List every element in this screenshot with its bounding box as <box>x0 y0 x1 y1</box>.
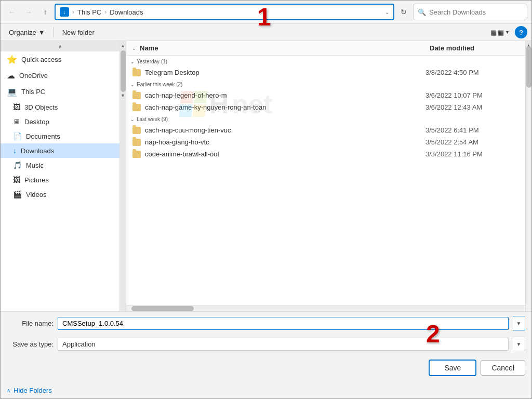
file-name-label: File name: <box>7 320 54 327</box>
sidebar-label-pictures: Pictures <box>24 176 49 184</box>
sidebar-label-this-pc: This PC <box>21 88 45 96</box>
file-name-telegram: Telegram Desktop <box>145 69 421 76</box>
save-type-label: Save as type: <box>7 340 54 348</box>
group-last-week: ⌄ Last week (9) <box>128 113 523 124</box>
sidebar-item-downloads[interactable]: ↓ Downloads <box>1 143 119 158</box>
sidebar-item-quick-access[interactable]: ⭐ Quick access <box>1 51 119 68</box>
folder-icon <box>132 127 141 134</box>
file-name-row: File name: ▼ <box>1 312 531 335</box>
view-button[interactable]: ▦ ▦ ▼ <box>487 26 513 38</box>
save-button[interactable]: Save <box>429 360 476 376</box>
right-vscrollbar[interactable]: ▲ <box>525 41 531 311</box>
file-list: ⌄ Yesterday (1) Telegram Desktop 3/8/202… <box>126 56 525 305</box>
group-chevron-yesterday: ⌄ <box>130 59 135 64</box>
toolbar-separator <box>54 27 54 37</box>
header-scroll-indicator: ⌄ <box>130 43 138 53</box>
address-bar[interactable]: ↓ › This PC › Downloads ⌄ <box>55 4 394 20</box>
view-chevron-icon: ▼ <box>505 30 510 35</box>
table-row[interactable]: cach-nap-legend-of-hero-m 3/6/2022 10:07… <box>128 89 523 101</box>
sidebar-label-onedrive: OneDrive <box>19 72 48 79</box>
file-date-legend: 3/6/2022 10:07 PM <box>425 91 519 99</box>
cancel-button[interactable]: Cancel <box>481 360 525 376</box>
sidebar-item-videos[interactable]: 🎬 Videos <box>1 187 119 202</box>
back-button[interactable]: ← <box>5 5 19 19</box>
save-type-select[interactable]: Application <box>58 338 509 351</box>
folder-icon <box>132 104 141 111</box>
sidebar-label-videos: Videos <box>26 191 47 198</box>
quick-access-icon: ⭐ <box>7 55 17 64</box>
view-icon2: ▦ <box>498 29 504 36</box>
file-date-anime-brawl: 3/3/2022 11:16 PM <box>425 150 519 158</box>
file-date-telegram: 3/8/2022 4:50 PM <box>425 69 519 76</box>
filename-dropdown-button[interactable]: ▼ <box>513 316 525 330</box>
up-button[interactable]: ↑ <box>38 5 52 19</box>
file-name-rong: cach-nap-game-ky-nguyen-rong-an-toan <box>145 103 421 111</box>
hide-folders-icon: ∧ <box>7 388 10 393</box>
table-row[interactable]: Telegram Desktop 3/8/2022 4:50 PM <box>128 66 523 78</box>
file-header: ⌄ Name Date modified <box>126 41 525 56</box>
col-header-date: Date modified <box>428 43 521 53</box>
table-row[interactable]: code-anime-brawl-all-out 3/3/2022 11:16 … <box>128 148 523 160</box>
sidebar-label-documents: Documents <box>26 132 60 140</box>
table-row[interactable]: cach-nap-game-ky-nguyen-rong-an-toan 3/6… <box>128 101 523 113</box>
navigation-toolbar: ← → ↑ ↓ › This PC › Downloads ⌄ ↻ 🔍 <box>1 1 531 24</box>
sidebar-item-music[interactable]: 🎵 Music <box>1 158 119 172</box>
refresh-button[interactable]: ↻ <box>396 5 411 19</box>
new-folder-label: New folder <box>62 29 95 36</box>
sidebar-label-3d-objects: 3D Objects <box>24 103 58 111</box>
address-chevron-icon: ⌄ <box>385 9 389 15</box>
sidebar-item-onedrive[interactable]: ☁ OneDrive <box>1 68 119 84</box>
organize-label: Organize <box>9 29 36 36</box>
sidebar-item-documents[interactable]: 📄 Documents <box>1 129 119 143</box>
group-earlier-this-week: ⌄ Earlier this week (2) <box>128 78 523 89</box>
folder-icon <box>132 139 141 146</box>
file-area: ⌄ Name Date modified ⌄ Yesterday (1) Tel… <box>126 41 525 311</box>
sidebar-scroll-arrow-down[interactable]: ▼ <box>121 93 125 100</box>
file-name-input[interactable] <box>58 317 509 330</box>
sidebar-item-3d-objects[interactable]: 🖼 3D Objects <box>1 100 119 114</box>
main-content: ∧ ⭐ Quick access ☁ OneDrive 💻 This PC 🖼 … <box>1 41 531 311</box>
download-folder-icon: ↓ <box>60 7 69 17</box>
table-row[interactable]: cach-nap-cuu-mong-tien-vuc 3/5/2022 6:41… <box>128 124 523 136</box>
sidebar: ∧ ⭐ Quick access ☁ OneDrive 💻 This PC 🖼 … <box>1 41 120 311</box>
save-type-row: Save as type: Application ▼ <box>1 335 531 355</box>
sidebar-item-this-pc[interactable]: 💻 This PC <box>1 84 119 100</box>
save-type-dropdown-button[interactable]: ▼ <box>513 337 525 351</box>
hide-folders[interactable]: ∧ Hide Folders <box>1 382 531 398</box>
downloads-icon: ↓ <box>13 147 17 155</box>
breadcrumb-downloads: Downloads <box>110 8 143 16</box>
sidebar-scroll-arrow-up[interactable]: ▲ <box>121 41 125 48</box>
vscroll-thumb <box>526 46 531 88</box>
sidebar-label-music: Music <box>26 162 44 169</box>
group-yesterday: ⌄ Yesterday (1) <box>128 56 523 66</box>
sidebar-label-quick-access: Quick access <box>21 56 61 63</box>
group-chevron-week: ⌄ <box>130 82 135 87</box>
file-date-rong: 3/6/2022 12:43 AM <box>425 103 519 111</box>
sidebar-item-desktop[interactable]: 🖥 Desktop <box>1 114 119 129</box>
folder-icon <box>132 92 141 99</box>
folder-icon <box>132 151 141 158</box>
search-input[interactable] <box>429 8 523 16</box>
organize-button[interactable]: Organize ▼ <box>5 26 49 38</box>
file-name-hoa-giang: nap-hoa-giang-ho-vtc <box>145 138 421 146</box>
sidebar-scroll-up[interactable]: ∧ <box>1 41 119 51</box>
file-date-hoa-giang: 3/5/2022 2:54 AM <box>425 138 519 146</box>
breadcrumb-sep1: › <box>72 8 74 16</box>
col-header-name: Name <box>138 43 428 53</box>
organize-chevron-icon: ▼ <box>38 29 45 36</box>
help-button[interactable]: ? <box>515 26 527 38</box>
forward-button[interactable]: → <box>21 5 36 19</box>
search-icon: 🔍 <box>418 8 426 16</box>
sidebar-item-pictures[interactable]: 🖼 Pictures <box>1 172 119 187</box>
new-folder-button[interactable]: New folder <box>58 26 99 38</box>
horizontal-scrollbar[interactable] <box>126 305 525 311</box>
h-scrollbar-thumb <box>131 306 194 311</box>
sidebar-vscroll: ▲ ▼ <box>120 41 126 311</box>
file-date-cuu-mong: 3/5/2022 6:41 PM <box>425 126 519 134</box>
breadcrumb-sep2: › <box>104 8 107 16</box>
table-row[interactable]: nap-hoa-giang-ho-vtc 3/5/2022 2:54 AM <box>128 136 523 148</box>
search-box[interactable]: 🔍 <box>413 4 527 20</box>
sidebar-label-desktop: Desktop <box>24 118 49 126</box>
group-chevron-last-week: ⌄ <box>130 117 135 122</box>
command-toolbar: Organize ▼ New folder ▦ ▦ ▼ ? <box>1 24 531 41</box>
